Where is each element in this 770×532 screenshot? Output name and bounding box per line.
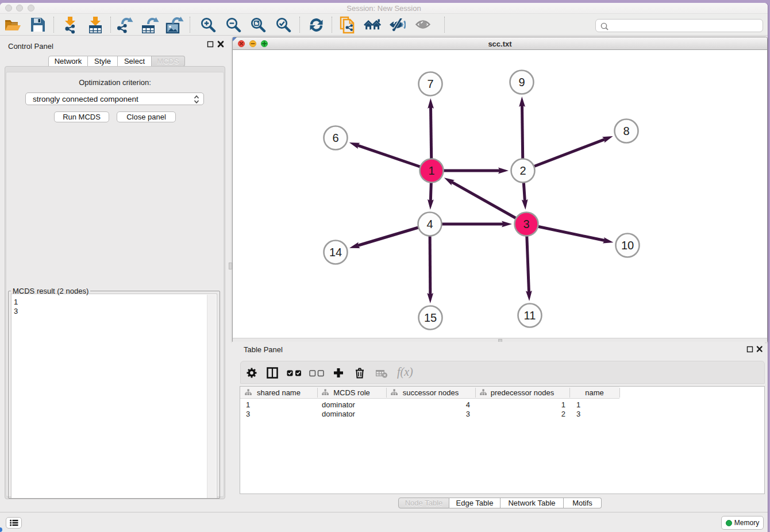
svg-text:6: 6 (332, 132, 338, 144)
svg-text:11: 11 (524, 309, 536, 322)
svg-text:9: 9 (518, 76, 525, 88)
svg-text:2: 2 (519, 164, 526, 177)
svg-text:4: 4 (426, 218, 433, 230)
svg-text:14: 14 (329, 246, 342, 259)
svg-text:1: 1 (428, 164, 434, 177)
svg-text:8: 8 (623, 125, 629, 137)
svg-text:15: 15 (424, 311, 437, 324)
svg-text:7: 7 (427, 78, 433, 90)
svg-text:10: 10 (621, 239, 634, 252)
svg-text:3: 3 (523, 218, 529, 230)
